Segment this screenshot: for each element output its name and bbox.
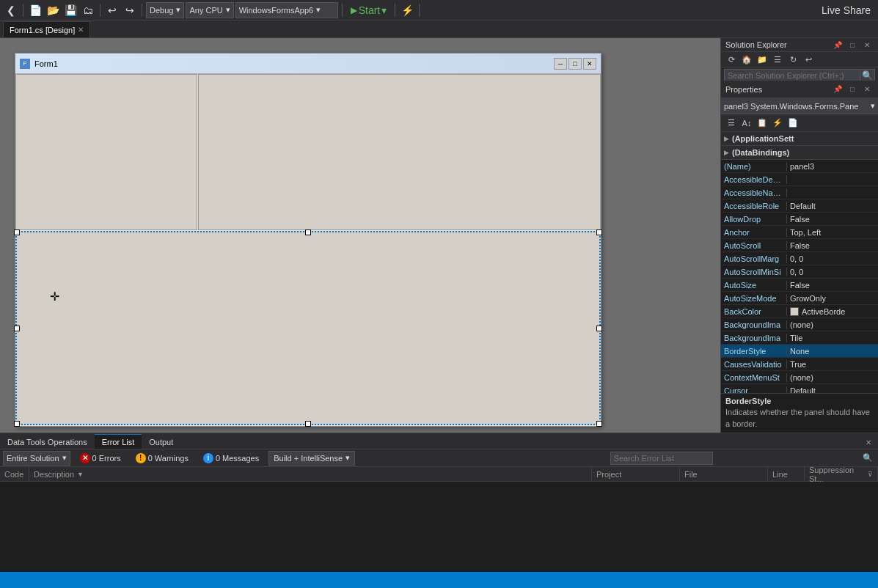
warnings-badge[interactable]: ! 0 Warnings (131, 451, 194, 466)
panel-right[interactable] (198, 74, 601, 230)
error-search-btn[interactable]: 🔍 (860, 451, 875, 466)
designer-canvas[interactable]: F Form1 ─ □ ✕ (0, 38, 720, 433)
props-row-autosizemode[interactable]: AutoSizeMode GrowOnly (721, 292, 878, 305)
props-group-databindings: ▶ (DataBindings) (721, 146, 878, 160)
prop-value: None (787, 347, 878, 356)
tab-form1-design[interactable]: Form1.cs [Design] ✕ (3, 21, 90, 37)
props-row-backgroundima1[interactable]: BackgroundIma (none) (721, 318, 878, 331)
redo-btn[interactable]: ↪ (122, 2, 138, 18)
back-btn[interactable]: ❮ (3, 2, 19, 18)
messages-badge[interactable]: i 0 Messages (198, 451, 264, 466)
minimize-btn[interactable]: ─ (554, 58, 567, 70)
se-refresh-btn[interactable]: ↻ (786, 52, 800, 67)
prop-label: AutoScroll (721, 241, 787, 250)
prop-value: False (787, 281, 878, 290)
props-group-appsettings-header[interactable]: ▶ (ApplicationSett (721, 132, 878, 145)
props-row-name[interactable]: (Name) panel3 (721, 160, 878, 173)
se-filter-btn[interactable]: ☰ (770, 52, 785, 67)
form-titlebar-buttons: ─ □ ✕ (554, 58, 596, 70)
panel-left[interactable] (15, 74, 197, 230)
prop-value: Default (787, 386, 878, 394)
props-row-autoscroll[interactable]: AutoScroll False (721, 239, 878, 252)
tab-output[interactable]: Output (142, 434, 180, 449)
debug-dropdown[interactable]: Debug ▾ (146, 2, 184, 18)
props-row-backgroundima2[interactable]: BackgroundIma Tile (721, 331, 878, 345)
props-row-accessible-name[interactable]: AccessibleName (721, 186, 878, 199)
open-btn[interactable]: 📂 (45, 2, 61, 18)
new-file-btn[interactable]: 📄 (27, 2, 43, 18)
bottom-toolbar: Entire Solution ▾ ✕ 0 Errors ! 0 Warning… (0, 449, 878, 467)
project-dropdown[interactable]: WindowsFormsApp6 ▾ (235, 2, 338, 18)
th-suppression: Suppression St... ⊽ (805, 467, 878, 481)
props-group-databindings-header[interactable]: ▶ (DataBindings) (721, 146, 878, 159)
props-events-btn[interactable]: ⚡ (770, 116, 785, 131)
props-alpha-btn[interactable]: A↕ (739, 116, 754, 131)
props-close-btn[interactable]: ✕ (860, 83, 874, 96)
prop-value: (none) (787, 320, 878, 329)
props-row-cursor[interactable]: Cursor Default (721, 384, 878, 393)
se-search-input[interactable] (724, 69, 860, 81)
handle-mr (596, 326, 602, 331)
se-maximize-btn[interactable]: □ (846, 38, 859, 51)
th-description[interactable]: Description ▼ (29, 467, 592, 481)
maximize-btn[interactable]: □ (568, 58, 582, 70)
props-row-accessible-role[interactable]: AccessibleRole Default (721, 199, 878, 213)
props-row-backcolor[interactable]: BackColor ActiveBorde (721, 305, 878, 318)
prop-label: BackgroundIma (721, 320, 787, 329)
panel-bottom[interactable] (15, 231, 601, 425)
props-row-autoscrollminsi[interactable]: AutoScrollMinSi 0, 0 (721, 265, 878, 279)
prop-label: AutoScrollMinSi (721, 268, 787, 276)
props-prop-btn[interactable]: 📋 (755, 116, 769, 131)
prop-value: GrowOnly (787, 294, 878, 303)
props-maximize-btn[interactable]: □ (846, 83, 859, 96)
errors-badge[interactable]: ✕ 0 Errors (75, 451, 126, 466)
bottom-panel-close-btn[interactable]: ✕ (862, 436, 875, 449)
scope-dropdown[interactable]: Entire Solution ▾ (3, 451, 70, 466)
se-collapse-btn[interactable]: ↩ (801, 52, 816, 67)
cpu-dropdown[interactable]: Any CPU ▾ (186, 2, 233, 18)
props-row-accessible-descr[interactable]: AccessibleDescr (721, 173, 878, 186)
props-description: BorderStyle Indicates whether the panel … (721, 393, 878, 433)
props-row-allowdrop[interactable]: AllowDrop False (721, 213, 878, 226)
th-code: Code (0, 467, 29, 481)
main-content: F Form1 ─ □ ✕ (0, 38, 878, 433)
props-row-causesvalidation[interactable]: CausesValidatio True (721, 358, 878, 371)
props-row-contextmenust[interactable]: ContextMenuSt (none) (721, 371, 878, 384)
props-pin-btn[interactable]: 📌 (831, 83, 844, 96)
live-share-btn[interactable]: Live Share (817, 2, 875, 18)
se-close-btn[interactable]: ✕ (860, 38, 874, 51)
se-sync-btn[interactable]: ⟳ (724, 52, 739, 67)
start-btn[interactable]: ▶ Start ▾ (346, 2, 392, 18)
prop-label: AccessibleRole (721, 202, 787, 210)
sep5 (395, 4, 395, 17)
props-row-autosize[interactable]: AutoSize False (721, 279, 878, 292)
form-window[interactable]: F Form1 ─ □ ✕ (15, 53, 601, 427)
attach-btn[interactable]: ⚡ (399, 2, 415, 18)
props-row-anchor[interactable]: Anchor Top, Left (721, 226, 878, 239)
props-object-selector[interactable]: panel3 System.Windows.Forms.Pane ▾ (721, 98, 878, 114)
props-grid: ▶ (ApplicationSett ▶ (DataBindings) (Nam… (721, 132, 878, 393)
se-search-icon[interactable]: 🔍 (860, 69, 875, 81)
se-home-btn[interactable]: 🏠 (739, 52, 754, 67)
save-btn[interactable]: 💾 (62, 2, 78, 18)
prop-value: Top, Left (787, 228, 878, 237)
props-row-borderstyle[interactable]: BorderStyle None (721, 345, 878, 358)
tab-close-btn[interactable]: ✕ (78, 26, 84, 34)
tab-data-tools-operations[interactable]: Data Tools Operations (0, 434, 95, 449)
props-categorized-btn[interactable]: ☰ (724, 116, 739, 131)
error-search-input[interactable] (610, 452, 713, 465)
form-close-btn[interactable]: ✕ (583, 58, 596, 70)
save-all-btn[interactable]: 🗂 (80, 2, 96, 18)
th-line: Line (768, 467, 805, 481)
undo-btn[interactable]: ↩ (104, 2, 120, 18)
props-row-autoscrollmarg[interactable]: AutoScrollMarg 0, 0 (721, 252, 878, 265)
se-pin-btn[interactable]: 📌 (831, 38, 844, 51)
prop-value: True (787, 360, 878, 369)
handle-tm (305, 229, 311, 235)
props-pages-btn[interactable]: 📄 (786, 116, 800, 131)
se-folder-btn[interactable]: 📁 (755, 52, 769, 67)
handle-tr (596, 229, 602, 235)
prop-label: BackColor (721, 307, 787, 316)
build-intellisense-btn[interactable]: Build + IntelliSense ▾ (268, 451, 355, 466)
tab-error-list[interactable]: Error List (95, 434, 142, 449)
